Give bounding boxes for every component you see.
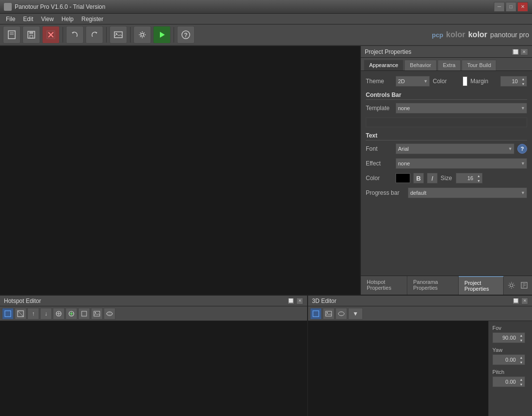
progress-bar-row: Progress bar default ▼ <box>366 187 527 198</box>
font-help-button[interactable]: ? <box>517 144 527 154</box>
color-label: Color <box>433 78 460 85</box>
fov-down[interactable]: ▼ <box>518 338 525 343</box>
settings-button[interactable] <box>133 26 151 44</box>
tab-tour-build[interactable]: Tour Build <box>462 60 496 70</box>
svg-point-37 <box>338 312 344 316</box>
size-label: Size <box>441 175 453 182</box>
panel-close-button[interactable]: ✕ <box>520 48 528 55</box>
controls-bar-header: Controls Bar <box>366 92 527 100</box>
3d-editor-title: 3D Editor <box>312 298 510 304</box>
yaw-down[interactable]: ▼ <box>518 360 525 365</box>
bottom-tab-project[interactable]: Project Properties <box>459 276 504 295</box>
yaw-input[interactable] <box>492 354 518 365</box>
panel-settings-icons <box>504 276 532 295</box>
settings-icon-2[interactable] <box>518 279 530 291</box>
settings-icon-1[interactable] <box>506 279 517 291</box>
yaw-up[interactable]: ▲ <box>518 355 525 360</box>
margin-spinbox: ▲ ▼ <box>500 76 527 87</box>
svg-rect-34 <box>313 311 319 317</box>
menu-register[interactable]: Register <box>78 15 108 23</box>
font-label: Font <box>366 145 393 152</box>
pitch-up[interactable]: ▲ <box>518 377 525 382</box>
margin-input[interactable] <box>500 76 520 87</box>
italic-button[interactable]: I <box>427 173 438 184</box>
panel-float-button[interactable]: ⬜ <box>511 48 519 55</box>
svg-marker-12 <box>160 32 165 38</box>
hotspot-editor-titlebar: Hotspot Editor ⬜ ✕ <box>0 296 307 306</box>
size-input[interactable] <box>456 173 475 184</box>
effect-select[interactable]: none shadow outline <box>396 158 527 169</box>
color-swatch[interactable] <box>463 76 467 86</box>
tab-behavior[interactable]: Behavior <box>404 60 436 70</box>
toolbar: ? pcp kolor kolor panotour pro <box>0 24 532 46</box>
yaw-arrows: ▲ ▼ <box>518 354 525 365</box>
menu-file[interactable]: File <box>2 15 19 23</box>
hotspot-tool-add1[interactable] <box>53 308 65 320</box>
help-button[interactable]: ? <box>177 26 195 44</box>
fov-spinbox: ▲ ▼ <box>492 332 528 343</box>
3d-tool-image2[interactable] <box>335 308 347 320</box>
hotspot-tool-add2[interactable] <box>66 308 77 320</box>
margin-down[interactable]: ▼ <box>520 81 527 86</box>
menu-help[interactable]: Help <box>58 15 78 23</box>
size-arrows: ▲ ▼ <box>475 173 483 184</box>
hotspot-tool-image[interactable] <box>91 308 103 320</box>
tab-appearance[interactable]: Appearance <box>364 60 403 70</box>
theme-select[interactable]: 2D 3D <box>396 76 430 87</box>
save-button[interactable] <box>22 26 40 44</box>
template-select[interactable]: none <box>396 103 527 114</box>
add-image-button[interactable] <box>110 26 127 44</box>
hotspot-close-button[interactable]: ✕ <box>296 298 303 304</box>
bold-icon: B <box>416 175 421 182</box>
bottom-section: Hotspot Editor ⬜ ✕ ↑ ↓ <box>0 296 532 416</box>
svg-point-11 <box>141 33 144 36</box>
delete-button[interactable] <box>42 26 60 44</box>
hotspot-tool-pano[interactable] <box>104 308 115 320</box>
template-label: Template <box>366 105 393 112</box>
svg-point-36 <box>327 312 328 313</box>
progress-bar-select[interactable]: default <box>408 187 527 198</box>
3d-tool-select[interactable] <box>310 308 322 320</box>
redo-button[interactable] <box>86 26 103 44</box>
fov-label: Fov <box>492 325 528 331</box>
hotspot-tool-2[interactable] <box>15 308 26 320</box>
minimize-button[interactable]: ─ <box>494 2 505 12</box>
bold-button[interactable]: B <box>413 173 424 184</box>
bottom-tab-panorama[interactable]: Panorama Properties <box>407 276 459 295</box>
preview-button[interactable] <box>153 26 171 44</box>
text-color-swatch[interactable] <box>396 173 410 183</box>
size-down[interactable]: ▼ <box>475 178 482 183</box>
panel-content: Theme 2D 3D ▼ Color Margin ▲ <box>361 71 532 276</box>
font-row: Font Arial ▼ ? <box>366 143 527 154</box>
fov-up[interactable]: ▲ <box>518 333 525 338</box>
yaw-control: Yaw ▲ ▼ <box>492 347 528 365</box>
panel-titlebar: Project Properties ⬜ ✕ <box>361 46 532 58</box>
hotspot-float-button[interactable]: ⬜ <box>288 298 294 304</box>
3d-tool-dropdown[interactable]: ▼ <box>348 308 363 320</box>
effect-label: Effect <box>366 160 393 167</box>
margin-up[interactable]: ▲ <box>520 76 527 81</box>
bottom-tab-hotspot[interactable]: Hotspot Properties <box>361 276 407 295</box>
menu-edit[interactable]: Edit <box>19 15 37 23</box>
svg-line-22 <box>18 311 23 317</box>
fov-input[interactable] <box>492 332 518 343</box>
3d-tool-image1[interactable] <box>323 308 334 320</box>
hotspot-tool-box[interactable] <box>78 308 90 320</box>
3d-float-button[interactable]: ⬜ <box>512 298 519 304</box>
hotspot-tool-select[interactable] <box>2 308 14 320</box>
menu-view[interactable]: View <box>37 15 58 23</box>
3d-close-button[interactable]: ✕ <box>521 298 528 304</box>
font-select[interactable]: Arial <box>396 143 514 154</box>
panel-title: Project Properties <box>365 48 511 55</box>
pitch-down[interactable]: ▼ <box>518 382 525 387</box>
hotspot-tool-up[interactable]: ↑ <box>27 308 39 320</box>
pitch-input[interactable] <box>492 376 518 387</box>
tab-extra[interactable]: Extra <box>438 60 461 70</box>
logo-app-name: panotour pro <box>490 31 529 39</box>
close-button[interactable]: ✕ <box>517 2 528 12</box>
size-up[interactable]: ▲ <box>475 173 482 178</box>
maximize-button[interactable]: □ <box>506 2 516 12</box>
undo-button[interactable] <box>66 26 84 44</box>
hotspot-tool-down[interactable]: ↓ <box>40 308 52 320</box>
new-project-button[interactable] <box>3 26 21 44</box>
